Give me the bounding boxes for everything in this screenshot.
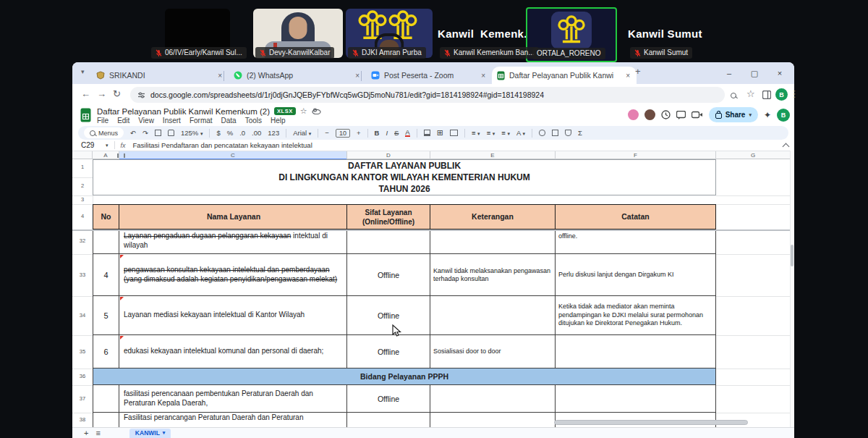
tab-whatsapp[interactable]: (2) WhatsApp ×: [229, 67, 366, 84]
tab-close-icon[interactable]: ×: [216, 72, 224, 80]
horizontal-scrollbar-thumb[interactable]: [554, 420, 748, 425]
cell-no[interactable]: 4: [93, 254, 119, 296]
window-minimize-button[interactable]: –: [718, 64, 740, 82]
window-close-button[interactable]: ×: [769, 64, 791, 82]
text-rotate-icon[interactable]: A ▾: [516, 129, 525, 137]
formula-input[interactable]: Fasilitasi Pendaftaran dan pencatatan ke…: [133, 141, 312, 149]
version-history-icon[interactable]: [661, 110, 671, 119]
sheet-tab-caret-icon[interactable]: ▾: [163, 430, 166, 436]
insert-chart-icon[interactable]: [552, 130, 558, 136]
cell-no[interactable]: 6: [93, 335, 119, 368]
insert-link-icon[interactable]: [539, 130, 545, 136]
create-filter-icon[interactable]: [565, 130, 571, 136]
tab-close-icon[interactable]: ×: [354, 72, 361, 80]
cell-no[interactable]: 5: [93, 296, 119, 335]
cell-nama[interactable]: fasilitasi perencanaan pembentukan Perat…: [119, 385, 347, 413]
cell-catatan[interactable]: Ketika tidak ada mediator akan meminta p…: [556, 296, 716, 335]
cell-sifat[interactable]: Offline: [347, 385, 430, 413]
cell-nama[interactable]: Layanan pengaduan dugaan pelanggaran kek…: [119, 231, 347, 254]
cell-keterangan[interactable]: [430, 385, 556, 413]
menu-data[interactable]: Data: [221, 117, 237, 125]
new-tab-button[interactable]: +: [635, 66, 641, 77]
section-merged-cell[interactable]: Bidang Pelayanan PPPH: [93, 368, 716, 385]
paint-format-icon[interactable]: [168, 130, 174, 136]
spreadsheet-grid[interactable]: 1 2 3 4 32 33 34 35 36 37 38 DAFTAR LAYA…: [72, 159, 790, 427]
cell-sifat[interactable]: [347, 413, 430, 427]
cell-catatan[interactable]: offline.: [556, 231, 716, 254]
cell-keterangan[interactable]: [430, 231, 556, 254]
cell-sifat[interactable]: Offline: [347, 296, 430, 335]
increase-decimals-icon[interactable]: .00: [252, 129, 261, 137]
merge-cells-icon[interactable]: [450, 130, 458, 136]
zoom-select[interactable]: 125% ▾: [181, 129, 203, 137]
zoom-page-icon[interactable]: [731, 90, 736, 101]
section-header-row[interactable]: Bidang Pelayanan PPPH: [93, 368, 716, 385]
functions-icon[interactable]: Σ: [578, 129, 582, 137]
tab-srikandi[interactable]: SRIKANDI ×: [91, 67, 229, 84]
text-color-icon[interactable]: A: [405, 129, 409, 137]
back-icon[interactable]: ←: [81, 88, 90, 99]
cloud-status-icon[interactable]: [312, 108, 321, 114]
menu-edit[interactable]: Edit: [117, 117, 129, 125]
doc-title[interactable]: Daftar Pelayanan Publik Kanwil Kemenkum …: [97, 107, 270, 116]
all-sheets-icon[interactable]: ≡: [95, 429, 100, 437]
font-size-input[interactable]: 10: [336, 129, 350, 138]
menu-view[interactable]: View: [138, 117, 154, 125]
undo-icon[interactable]: ↶: [130, 129, 136, 137]
cell-catatan[interactable]: [556, 385, 716, 413]
forward-icon[interactable]: →: [97, 88, 106, 99]
menu-format[interactable]: Format: [190, 117, 213, 125]
row-header[interactable]: 32: [72, 237, 93, 244]
sheet-title-merged-cell[interactable]: DAFTAR LAYANAN PUBLIK DI LINGKUNGAN KANT…: [93, 159, 716, 195]
cell-keterangan[interactable]: Kanwil tidak melaksanakan pengawasan ter…: [430, 254, 556, 296]
account-avatar[interactable]: B: [777, 109, 790, 122]
tab-close-icon[interactable]: ×: [624, 72, 631, 80]
comment-icon[interactable]: [676, 111, 686, 119]
cell-no[interactable]: [93, 413, 119, 427]
bold-icon[interactable]: B: [375, 129, 380, 137]
collaborator-avatar[interactable]: [644, 109, 655, 120]
collapse-ribbon-icon[interactable]: [783, 143, 790, 151]
more-formats-icon[interactable]: 123: [268, 129, 279, 137]
share-button[interactable]: Share ▾: [709, 107, 758, 122]
share-caret-icon[interactable]: ▾: [749, 112, 752, 118]
cell-nama[interactable]: Layanan mediasi kekayaan intelektual di …: [119, 296, 347, 335]
print-icon[interactable]: [155, 130, 161, 136]
toolbar-menus-search[interactable]: Menus: [84, 127, 124, 138]
row-header[interactable]: 2: [72, 182, 93, 189]
header-cell-no[interactable]: No: [93, 204, 119, 229]
fill-color-icon[interactable]: [424, 130, 430, 136]
menu-insert[interactable]: Insert: [163, 117, 181, 125]
cell-nama[interactable]: Fasilitasi perancangan Peraturan Daerah …: [119, 413, 347, 427]
strikethrough-icon[interactable]: S: [394, 129, 399, 137]
row-header[interactable]: 4: [72, 213, 93, 219]
row-header[interactable]: 34: [72, 312, 93, 319]
cell-nama[interactable]: pengawasan konsultan kekayaan intelektua…: [119, 254, 347, 296]
hidden-column-indicator[interactable]: [117, 153, 125, 158]
cell-no[interactable]: [93, 231, 119, 254]
name-box[interactable]: C29: [72, 141, 106, 149]
name-box-caret-icon[interactable]: ▾: [106, 143, 109, 148]
row-header[interactable]: 38: [72, 416, 93, 423]
site-info-icon[interactable]: [137, 91, 145, 99]
side-panel-icon[interactable]: [762, 90, 771, 99]
browser-profile-avatar[interactable]: B: [775, 88, 788, 101]
decrease-font-icon[interactable]: −: [325, 129, 329, 137]
tab-zoom[interactable]: Post Peserta - Zoom ×: [366, 67, 492, 84]
vertical-align-icon[interactable]: ≡ ▾: [487, 129, 495, 137]
cell-catatan[interactable]: Perlu diskusi lanjut dengan Dirgakum KI: [556, 254, 716, 296]
row-header[interactable]: 35: [72, 348, 93, 355]
row-header[interactable]: 3: [72, 196, 93, 203]
font-select[interactable]: Arial ▾: [293, 129, 311, 137]
add-sheet-icon[interactable]: +: [84, 429, 88, 437]
cell-nama[interactable]: edukasi kekayaan intelektual komunal dan…: [119, 335, 347, 368]
reload-icon[interactable]: ↻: [113, 88, 121, 99]
increase-font-icon[interactable]: +: [357, 129, 361, 137]
vertical-scrollbar[interactable]: [790, 151, 794, 427]
window-maximize-button[interactable]: ▢: [744, 64, 765, 82]
cell-keterangan[interactable]: Sosialisasi door to door: [430, 335, 556, 368]
header-cell-keterangan[interactable]: Keterangan: [430, 204, 556, 229]
cell-sifat[interactable]: Offline: [347, 254, 430, 296]
format-currency-icon[interactable]: $: [216, 129, 220, 137]
meet-present-icon[interactable]: [692, 111, 703, 119]
